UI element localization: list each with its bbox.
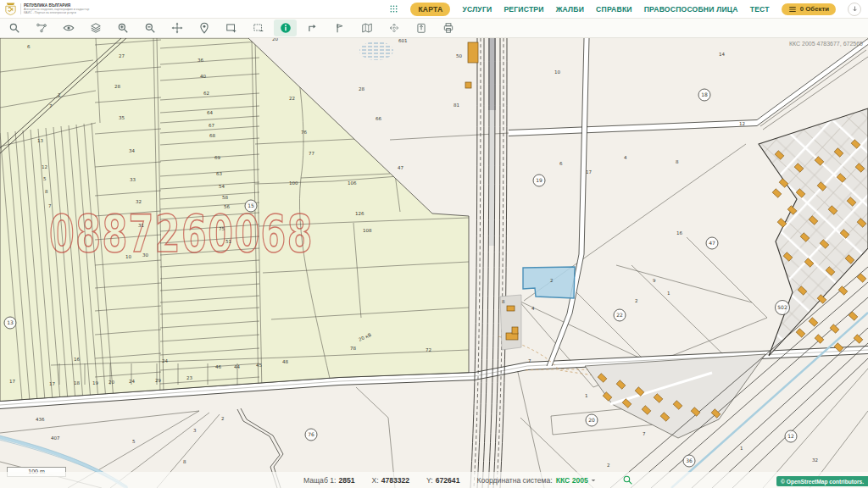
zoom-out-icon	[144, 22, 156, 34]
parcel-label: 29	[155, 378, 161, 383]
parcel-label: 12	[42, 164, 47, 169]
parcel-label: 7	[643, 431, 646, 436]
search-icon	[8, 22, 20, 34]
svg-text:76: 76	[308, 431, 314, 437]
zoom-out-tool[interactable]	[138, 19, 161, 36]
cursor-coordinates: ККС 2005 4783677, 672565	[789, 41, 863, 47]
parcel-label: 126	[355, 211, 364, 216]
export-icon	[415, 22, 427, 34]
turn-arrow-tool[interactable]	[301, 19, 324, 36]
main-nav: КАРТАУСЛУГИРЕГИСТРИЖАЛБИСПРАВКИПРАВОСПОС…	[389, 3, 868, 16]
parcel-label: 75	[219, 226, 225, 231]
parcel-label: 8	[45, 189, 48, 194]
flag-tool[interactable]	[328, 19, 351, 36]
layers-tool[interactable]	[84, 19, 107, 36]
agency-logo[interactable]: РЕПУБЛИКА БЪЛГАРИЯ Агенция по геодезия, …	[0, 2, 89, 16]
pan-icon	[171, 22, 183, 34]
objects-button-label: 0 Обекти	[800, 5, 829, 13]
objects-button[interactable]: 0 Обекти	[782, 3, 836, 15]
zoom-in-icon	[117, 22, 129, 34]
y-value: 672641	[436, 476, 460, 485]
parcel-label: 16	[676, 230, 682, 236]
parcel-label: 72	[426, 347, 431, 352]
parcel-label: 68	[209, 133, 215, 138]
parcel-label: 7	[49, 103, 53, 108]
zoom-in-tool[interactable]	[111, 19, 134, 36]
parcel-label: 81	[453, 103, 459, 108]
parcel-label: 14	[719, 52, 725, 57]
map-book-icon	[361, 22, 373, 34]
parcel-label: 58	[222, 195, 228, 200]
svg-text:47: 47	[709, 240, 715, 246]
parcel-label: 18	[74, 380, 80, 385]
parcel-label: 34	[129, 148, 135, 153]
move-features-tool[interactable]	[382, 19, 405, 36]
circled-parcel-label: 76	[305, 429, 317, 441]
parcel-label: 48	[282, 359, 288, 364]
parcel-label: 33	[130, 177, 136, 182]
circled-parcel-label: 18	[698, 89, 710, 101]
apps-grid-icon[interactable]	[389, 4, 398, 14]
draw-extent-icon	[225, 22, 237, 34]
menu-icon	[788, 5, 797, 14]
scale-label: Мащаб 1:	[303, 476, 336, 485]
parcel-label: 3	[193, 428, 197, 433]
circled-parcel-label: 36	[683, 455, 695, 467]
scale-value: 2851	[338, 476, 354, 485]
parcel-label: 10	[125, 254, 131, 259]
osm-attribution[interactable]: © OpenStreetMap contributors.	[776, 476, 868, 486]
export-tool[interactable]	[409, 19, 432, 36]
search-tool[interactable]	[3, 19, 25, 36]
x-value: 4783322	[381, 476, 409, 485]
nav-items: КАРТАУСЛУГИРЕГИСТРИЖАЛБИСПРАВКИПРАВОСПОС…	[410, 3, 769, 16]
nav-item[interactable]: СПРАВКИ	[596, 5, 632, 14]
parcel-label: 17	[9, 379, 15, 384]
pan-tool[interactable]	[165, 19, 188, 36]
print-tool[interactable]	[437, 19, 459, 36]
coordinate-search-icon[interactable]	[622, 474, 633, 485]
location-marker-tool[interactable]	[192, 19, 215, 36]
nav-item[interactable]: ТЕСТ	[750, 5, 770, 14]
crs-value[interactable]: ККС 2005	[556, 476, 588, 485]
parcel-label: 63	[216, 171, 222, 176]
parcel-label: 6	[27, 44, 31, 49]
parcel-label: 1	[740, 446, 743, 451]
nav-item[interactable]: РЕГИСТРИ	[504, 5, 543, 14]
chevron-down-icon[interactable]	[590, 477, 597, 484]
circled-parcel-label: 12	[785, 430, 797, 442]
parcel-label: 36	[198, 58, 203, 63]
parcel-label: 32	[812, 458, 818, 463]
parcel-label: 45	[256, 363, 262, 368]
svg-text:13: 13	[7, 319, 14, 325]
flag-icon	[334, 22, 346, 34]
y-label: Y:	[426, 476, 433, 485]
crs-selector[interactable]: Координатна система: ККС 2005	[476, 476, 596, 485]
nav-item[interactable]: КАРТА	[410, 3, 450, 16]
turn-arrow-icon	[307, 22, 319, 34]
route-tool[interactable]	[30, 19, 53, 36]
parcel-label: 108	[363, 228, 372, 233]
parcel-label: 7	[48, 203, 52, 208]
nav-item[interactable]: УСЛУГИ	[462, 5, 492, 14]
circled-parcel-label: 15	[245, 200, 257, 212]
map-book-tool[interactable]	[355, 19, 378, 36]
parcel-label: 30	[142, 252, 148, 258]
street-view-tool[interactable]	[57, 19, 80, 36]
parcel-label: 2	[58, 92, 61, 97]
info-tool[interactable]	[274, 19, 297, 36]
map-canvas[interactable]: 0887260068 20 кВ 27283534333231302671312…	[0, 38, 868, 488]
nav-item[interactable]: ЖАЛБИ	[556, 5, 584, 14]
collapse-header-button[interactable]	[848, 3, 861, 16]
parcel-label: 1	[667, 291, 670, 296]
parcel-label: 24	[162, 358, 168, 363]
parcel-label: 51	[225, 239, 231, 244]
draw-extent-tool[interactable]	[220, 19, 242, 36]
select-area-tool[interactable]	[247, 19, 270, 36]
parcel-label: 16	[74, 357, 80, 362]
parcel-label: 64	[207, 110, 213, 115]
circled-parcel-label: 20	[586, 414, 598, 426]
parcel-label: 54	[219, 184, 225, 189]
svg-text:12: 12	[787, 433, 794, 439]
nav-item[interactable]: ПРАВОСПОСОБНИ ЛИЦА	[644, 5, 738, 14]
y-readout: Y: 672641	[426, 476, 459, 485]
